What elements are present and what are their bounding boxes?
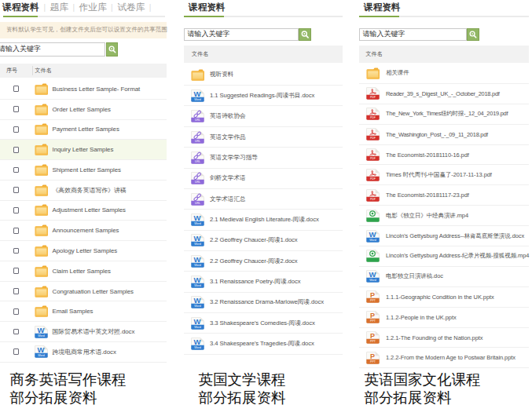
row-checkbox[interactable] bbox=[13, 308, 20, 315]
file-name[interactable]: The Economist-20181117-23.pdf bbox=[386, 192, 469, 199]
table-row[interactable]: W Word 3.4 Shakespeare's Tragedies-阅读.do… bbox=[184, 334, 343, 354]
file-name[interactable]: 1.2.1-The Founding of the Nation.pptx bbox=[386, 334, 482, 341]
file-name[interactable]: 3.3 Shakespeare's Comedies-阅读.docx bbox=[210, 319, 315, 327]
file-name[interactable]: 1.1 Suggested Readings-阅读书目.docx bbox=[210, 92, 314, 100]
file-name[interactable]: 国际贸易术语中英文对照.docx bbox=[53, 327, 135, 336]
table-row[interactable]: P PPT 1.2.2-From the Modern Age to Postw… bbox=[359, 348, 529, 368]
row-checkbox[interactable] bbox=[13, 167, 20, 173]
row-checkbox[interactable] bbox=[13, 348, 20, 355]
search-input[interactable]: 请输入关键字 bbox=[184, 28, 299, 41]
file-name[interactable]: Apology Letter Samples bbox=[53, 247, 118, 254]
row-checkbox[interactable] bbox=[13, 147, 20, 153]
search-input[interactable]: 请输入关键字 bbox=[359, 28, 468, 41]
table-row[interactable]: Claim Letter Samples bbox=[0, 261, 167, 282]
table-row[interactable]: Announcement Samples bbox=[0, 221, 167, 241]
row-checkbox[interactable] bbox=[13, 268, 20, 274]
row-checkbox[interactable] bbox=[13, 187, 20, 193]
file-name[interactable]: Lincoln's Gettysburg Address--林肯葛底斯堡演说.d… bbox=[386, 232, 524, 240]
row-checkbox[interactable] bbox=[13, 207, 20, 213]
file-name[interactable]: Times 时代周刊-中国赢了-2017-11-13.pdf bbox=[386, 171, 492, 179]
table-row[interactable]: W Word 2.1 Medieval English Literature-阅… bbox=[184, 210, 343, 230]
table-row[interactable]: W Word 2.2 Geoffrey Chaucer-阅读2.docx bbox=[184, 251, 343, 272]
file-name[interactable]: Reader_39_s_Digest_UK_-_October_2018.pdf bbox=[386, 90, 500, 97]
file-name[interactable]: 3.2 Renaissance Drama-Marlowe阅读.docx bbox=[210, 298, 324, 306]
file-name[interactable]: 剑桥文学术语 bbox=[210, 174, 246, 182]
table-row[interactable]: W Word Lincoln's Gettysburg Address--林肯葛… bbox=[359, 226, 529, 246]
file-name[interactable]: 3.4 Shakespeare's Tragedies-阅读.docx bbox=[210, 340, 314, 348]
file-name[interactable]: 2.1 Medieval English Literature-阅读.docx bbox=[210, 216, 319, 224]
table-row[interactable]: PDF Times 时代周刊-中国赢了-2017-11-13.pdf bbox=[359, 165, 529, 185]
file-name[interactable]: 跨境电商常用术语.docx bbox=[53, 348, 116, 356]
search-input[interactable]: 请输入关键字 bbox=[0, 42, 105, 57]
file-name[interactable]: 2.2 Geoffrey Chaucer-阅读2.docx bbox=[210, 257, 298, 265]
file-name[interactable]: 《高效商务英语写作》讲稿 bbox=[53, 186, 127, 195]
table-row[interactable]: Adjustment Letter Samples bbox=[0, 201, 167, 221]
search-button[interactable] bbox=[299, 28, 311, 41]
file-name[interactable]: 1.2.2-From the Modern Age to Postwar Bri… bbox=[386, 354, 515, 361]
file-name[interactable]: Order Letter Samples bbox=[53, 106, 111, 113]
table-row[interactable]: URL 文学术语汇总 bbox=[184, 189, 343, 210]
table-row[interactable]: Apology Letter Samples bbox=[0, 241, 167, 261]
table-row[interactable]: PDF The_New_York_Times纽约时报-_12_04_2019.p… bbox=[359, 104, 529, 125]
table-row[interactable]: W Word 国际贸易术语中英文对照.docx bbox=[0, 322, 167, 342]
file-name[interactable]: 文学术语汇总 bbox=[210, 195, 246, 203]
file-name[interactable]: Congratuation Letter Samples bbox=[53, 288, 134, 295]
table-row[interactable]: Congratuation Letter Samples bbox=[0, 282, 167, 302]
table-row[interactable]: PDF The_Washington_Post_-_09_11_2018.pdf bbox=[359, 125, 529, 145]
file-name[interactable]: Business Letter Sample- Format bbox=[53, 86, 141, 93]
tab-exam-bank[interactable]: 试卷库 bbox=[117, 2, 145, 13]
file-name[interactable]: 2.2 Geoffrey Chaucer-阅读1.docx bbox=[210, 236, 298, 244]
table-row[interactable]: Order Letter Samples bbox=[0, 100, 167, 120]
file-name[interactable]: Shipment Letter Samples bbox=[53, 166, 121, 173]
row-checkbox[interactable] bbox=[13, 248, 20, 254]
file-name[interactable]: 3.1 Renaissance Poetry-阅读.docx bbox=[210, 278, 301, 286]
file-name[interactable]: Inquiry Letter Samples bbox=[53, 146, 114, 153]
table-row[interactable]: Business Letter Sample- Format bbox=[0, 79, 167, 100]
file-name[interactable]: 英语文学作品 bbox=[210, 133, 246, 141]
file-name[interactable]: Adjustment Letter Samples bbox=[53, 206, 126, 213]
tab-question-bank[interactable]: 题库 bbox=[50, 2, 68, 13]
search-button[interactable] bbox=[467, 28, 479, 41]
row-checkbox[interactable] bbox=[13, 86, 20, 92]
row-checkbox[interactable] bbox=[13, 329, 20, 335]
table-row[interactable]: W Word 2.2 Geoffrey Chaucer-阅读1.docx bbox=[184, 231, 343, 251]
file-name[interactable]: 英语文学学习指导 bbox=[210, 154, 258, 162]
row-checkbox[interactable] bbox=[13, 126, 20, 133]
file-name[interactable]: The_New_York_Times纽约时报-_12_04_2019.pdf bbox=[386, 110, 508, 118]
file-name[interactable]: Email Samples bbox=[53, 308, 94, 315]
tab-course-materials[interactable]: 课程资料 bbox=[2, 2, 39, 13]
table-row[interactable]: W Word 3.3 Shakespeare's Comedies-阅读.doc… bbox=[184, 313, 343, 334]
table-row[interactable]: W Word 跨境电商常用术语.docx bbox=[0, 342, 167, 363]
table-row[interactable]: PDF The Economist-20181117-23.pdf bbox=[359, 185, 529, 206]
table-row[interactable]: Payment Letter Samples bbox=[0, 120, 167, 140]
tab-course-materials[interactable]: 课程资料 bbox=[364, 2, 401, 13]
file-name[interactable]: 1.1.2-People in the UK.pptx bbox=[386, 314, 457, 321]
table-row[interactable]: P PPT 1.2.1-The Founding of the Nation.p… bbox=[359, 328, 529, 348]
table-row[interactable]: W Word 3.1 Renaissance Poetry-阅读.docx bbox=[184, 272, 343, 292]
table-row[interactable]: PDF Reader_39_s_Digest_UK_-_October_2018… bbox=[359, 84, 529, 104]
table-row[interactable]: 电影《独立日》中经典演讲.mp4 bbox=[359, 206, 529, 226]
row-checkbox[interactable] bbox=[13, 106, 20, 112]
file-name[interactable]: 1.1.1-Geographic Condition in the UK.ppt… bbox=[386, 294, 494, 301]
tab-homework-bank[interactable]: 作业库 bbox=[79, 2, 107, 13]
file-name[interactable]: Payment Letter Samples bbox=[53, 126, 119, 133]
table-row[interactable]: Inquiry Letter Samples bbox=[0, 140, 167, 160]
table-row[interactable]: W Word 3.2 Renaissance Drama-Marlowe阅读.d… bbox=[184, 293, 343, 313]
table-row[interactable]: W Word 电影独立日演讲稿.doc bbox=[359, 267, 529, 287]
file-name[interactable]: 相关课件 bbox=[386, 69, 409, 77]
table-row[interactable]: URL 英语文学学习指导 bbox=[184, 148, 343, 168]
file-name[interactable]: Lincoln's Gettysburg Address-纪录片视频-搜狐视频.… bbox=[386, 252, 529, 260]
file-name[interactable]: 电影独立日演讲稿.doc bbox=[386, 272, 443, 280]
table-row[interactable]: P PPT 1.1.1-Geographic Condition in the … bbox=[359, 287, 529, 308]
file-name[interactable]: Claim Letter Samples bbox=[53, 268, 111, 275]
tab-course-materials[interactable]: 课程资料 bbox=[189, 2, 226, 13]
file-name[interactable]: 英语诗歌协会 bbox=[210, 112, 246, 120]
table-row[interactable]: W Word 1.1 Suggested Readings-阅读书目.docx bbox=[184, 86, 343, 106]
table-row[interactable]: 相关课件 bbox=[359, 64, 529, 84]
table-row[interactable]: P PPT 1.1.2-People in the UK.pptx bbox=[359, 308, 529, 328]
row-checkbox[interactable] bbox=[13, 288, 20, 294]
file-name[interactable]: Announcement Samples bbox=[53, 227, 119, 234]
table-row[interactable]: 《高效商务英语写作》讲稿 bbox=[0, 181, 167, 201]
table-row[interactable]: 视听资料 bbox=[184, 65, 343, 86]
table-row[interactable]: PDF The Economist-20181110-16.pdf bbox=[359, 145, 529, 166]
